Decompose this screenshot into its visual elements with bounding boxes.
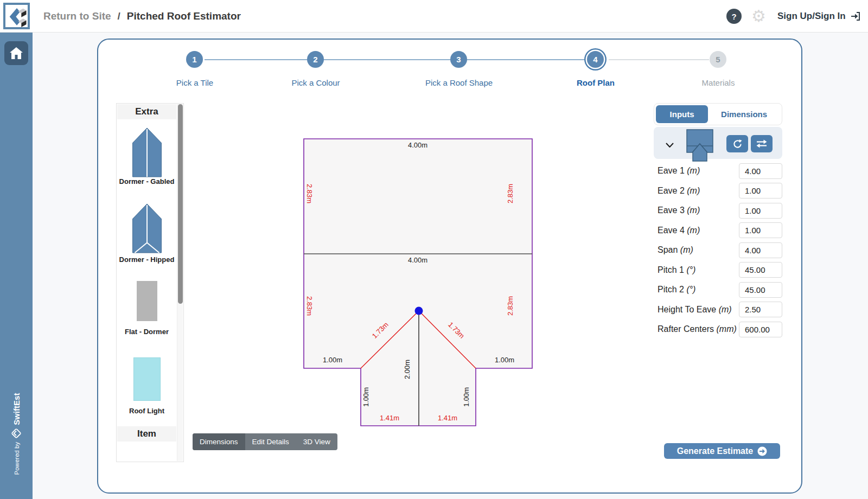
step-label: Roof Plan bbox=[541, 78, 650, 87]
generate-estimate-button[interactable]: Generate Estimate bbox=[664, 443, 780, 459]
field-label: Pitch 2 (°) bbox=[654, 285, 739, 295]
dim-label: 4.00m bbox=[408, 141, 427, 149]
reset-shape-button[interactable] bbox=[726, 135, 748, 152]
field-unit: (m) bbox=[687, 166, 700, 175]
dim-label: 2.83m bbox=[305, 184, 314, 203]
field-unit: (m) bbox=[719, 305, 732, 314]
field-name: Rafter Centers bbox=[658, 324, 714, 334]
step-number: 4 bbox=[587, 51, 604, 68]
generate-estimate-label: Generate Estimate bbox=[677, 446, 754, 456]
selected-roof-shape-thumbnail[interactable] bbox=[686, 129, 714, 164]
field-label: Eave 4 (m) bbox=[654, 226, 739, 235]
stepper: 1 Pick a Tile 2 Pick a Colour 3 Pick a R… bbox=[98, 40, 801, 94]
tab-dimensions[interactable]: Dimensions bbox=[708, 105, 780, 123]
input-row: Pitch 1 (°) bbox=[654, 260, 782, 280]
field-input[interactable] bbox=[739, 302, 782, 317]
field-unit: (m) bbox=[680, 245, 693, 254]
dim-label: 2.83m bbox=[506, 296, 514, 316]
shape-dormer-hipped[interactable] bbox=[117, 203, 177, 253]
palette-scrollbar-track bbox=[177, 104, 183, 461]
roof-plan-canvas[interactable]: 4.00m 2.83m 2.83m 4.00m 2.83m 2.83m 1.73… bbox=[186, 104, 647, 462]
field-name: Height To Eave bbox=[658, 305, 716, 314]
field-name: Span bbox=[658, 245, 678, 254]
field-input[interactable] bbox=[739, 183, 782, 199]
shape-label: Flat - Dormer bbox=[117, 328, 177, 336]
field-name: Eave 3 bbox=[658, 206, 685, 215]
shape-roof-light[interactable] bbox=[117, 357, 177, 401]
gear-icon[interactable]: ⚙ bbox=[751, 5, 766, 27]
field-unit: (°) bbox=[686, 265, 695, 274]
field-unit: (mm) bbox=[717, 324, 737, 334]
field-input[interactable] bbox=[739, 163, 782, 179]
field-input[interactable] bbox=[739, 322, 782, 337]
breadcrumb: Return to Site / Pitched Roof Estimator bbox=[43, 0, 241, 33]
swap-dimensions-button[interactable] bbox=[751, 135, 773, 152]
shape-flat-dormer[interactable] bbox=[117, 281, 177, 321]
view-switcher: Dimensions Edit Details 3D View bbox=[193, 433, 337, 450]
field-label: Pitch 1 (°) bbox=[654, 265, 739, 275]
view-tab[interactable]: 3D View bbox=[296, 433, 337, 450]
input-row: Span (m) bbox=[654, 240, 782, 260]
breadcrumb-separator: / bbox=[118, 10, 120, 22]
shape-label: Roof Light bbox=[117, 407, 177, 415]
step-label: Pick a Roof Shape bbox=[405, 78, 513, 87]
field-unit: (m) bbox=[687, 206, 700, 215]
field-name: Pitch 1 bbox=[658, 265, 684, 274]
breadcrumb-return-link[interactable]: Return to Site bbox=[43, 10, 111, 22]
step-number: 3 bbox=[450, 51, 467, 68]
step-number: 2 bbox=[307, 51, 324, 68]
input-row: Rafter Centers (mm) bbox=[654, 319, 782, 340]
field-name: Pitch 2 bbox=[658, 285, 684, 294]
dim-label: 2.83m bbox=[506, 184, 514, 203]
tab-inputs[interactable]: Inputs bbox=[656, 105, 708, 123]
shape-label: Dormer - Hipped bbox=[117, 255, 177, 264]
field-name: Eave 1 bbox=[658, 166, 685, 175]
field-unit: (m) bbox=[687, 226, 700, 235]
view-tab[interactable]: Dimensions bbox=[193, 433, 245, 450]
field-input[interactable] bbox=[739, 203, 782, 219]
roof-input-fields: Eave 1 (m) Eave 2 (m) Eave 3 bbox=[654, 161, 782, 340]
field-input[interactable] bbox=[739, 242, 782, 258]
field-name: Eave 2 bbox=[658, 186, 685, 195]
palette-header-item: Item bbox=[117, 426, 176, 442]
field-label: Height To Eave (m) bbox=[654, 305, 739, 315]
app-logo[interactable] bbox=[3, 3, 30, 29]
chevron-down-icon[interactable] bbox=[666, 140, 674, 150]
help-icon[interactable]: ? bbox=[726, 9, 742, 24]
step-label: Pick a Tile bbox=[141, 78, 249, 87]
field-label: Eave 3 (m) bbox=[654, 206, 739, 215]
field-input[interactable] bbox=[739, 222, 782, 238]
page-title: Pitched Roof Estimator bbox=[127, 10, 241, 22]
field-name: Eave 4 bbox=[658, 226, 685, 235]
roof-light-icon bbox=[133, 357, 161, 401]
arrow-right-circle-icon bbox=[757, 446, 767, 456]
brand-label: SwiftEst bbox=[12, 393, 21, 425]
dim-label: 2.83m bbox=[305, 296, 314, 316]
swiftest-mark-icon bbox=[12, 429, 21, 438]
palette-scrollbar-thumb[interactable] bbox=[178, 104, 183, 304]
dim-label: 2.00m bbox=[403, 360, 411, 379]
field-input[interactable] bbox=[739, 262, 782, 278]
roof-shape-selector bbox=[654, 127, 782, 159]
roof-outline bbox=[304, 139, 532, 426]
dim-label: 1.00m bbox=[323, 356, 342, 364]
field-unit: (m) bbox=[687, 186, 700, 195]
field-input[interactable] bbox=[739, 282, 782, 298]
powered-by-label: Powered by bbox=[13, 442, 20, 475]
home-icon bbox=[10, 47, 23, 59]
field-label: Span (m) bbox=[654, 245, 739, 255]
dormer-gabled-icon bbox=[132, 127, 162, 177]
field-unit: (°) bbox=[686, 285, 695, 294]
login-arrow-icon bbox=[850, 11, 861, 22]
home-button[interactable] bbox=[4, 41, 28, 65]
shape-dormer-gabled[interactable] bbox=[117, 127, 177, 177]
input-row: Eave 1 (m) bbox=[654, 161, 782, 181]
sign-in-button[interactable]: Sign Up/Sign In bbox=[777, 0, 861, 33]
apex-drag-handle[interactable] bbox=[415, 307, 423, 315]
sign-in-label: Sign Up/Sign In bbox=[777, 11, 846, 22]
swiftest-logo-icon bbox=[6, 5, 28, 27]
shape-label: Dormer - Gabled bbox=[117, 177, 177, 185]
view-tab[interactable]: Edit Details bbox=[245, 433, 296, 450]
pitched-roof-estimator-app: Return to Site / Pitched Roof Estimator … bbox=[0, 0, 868, 499]
dim-label: 1.00m bbox=[495, 356, 514, 364]
